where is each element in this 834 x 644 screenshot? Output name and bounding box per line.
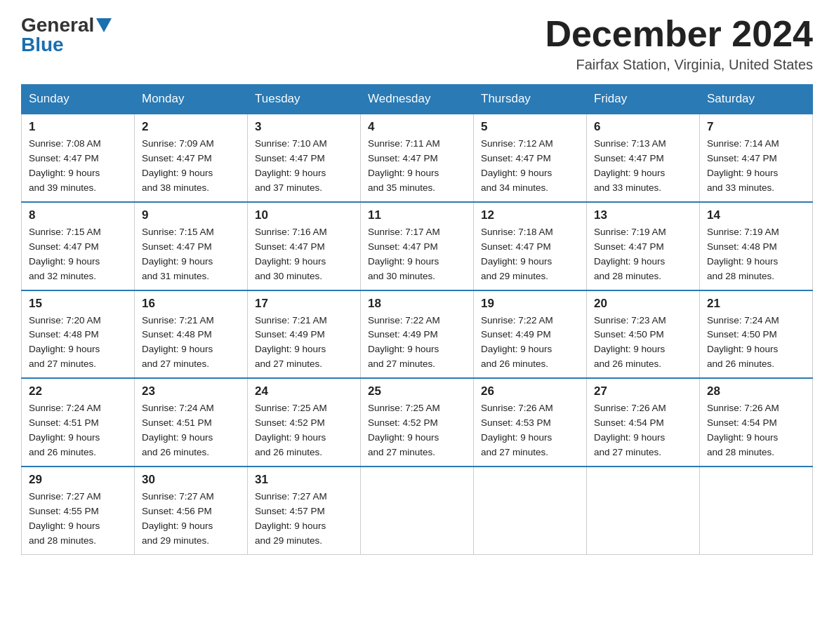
calendar-cell: 24 Sunrise: 7:25 AM Sunset: 4:52 PM Dayl… bbox=[248, 378, 361, 467]
day-number: 7 bbox=[707, 120, 805, 134]
calendar-cell: 14 Sunrise: 7:19 AM Sunset: 4:48 PM Dayl… bbox=[700, 202, 813, 290]
calendar-cell: 22 Sunrise: 7:24 AM Sunset: 4:51 PM Dayl… bbox=[22, 378, 135, 467]
day-info: Sunrise: 7:21 AM Sunset: 4:48 PM Dayligh… bbox=[142, 314, 240, 373]
header-friday: Friday bbox=[587, 85, 700, 114]
calendar-cell: 5 Sunrise: 7:12 AM Sunset: 4:47 PM Dayli… bbox=[474, 114, 587, 202]
calendar-cell: 7 Sunrise: 7:14 AM Sunset: 4:47 PM Dayli… bbox=[700, 114, 813, 202]
calendar-cell: 6 Sunrise: 7:13 AM Sunset: 4:47 PM Dayli… bbox=[587, 114, 700, 202]
day-number: 29 bbox=[29, 473, 127, 487]
day-info: Sunrise: 7:16 AM Sunset: 4:47 PM Dayligh… bbox=[255, 225, 353, 284]
day-info: Sunrise: 7:08 AM Sunset: 4:47 PM Dayligh… bbox=[29, 137, 127, 196]
day-info: Sunrise: 7:13 AM Sunset: 4:47 PM Dayligh… bbox=[594, 137, 692, 196]
header-thursday: Thursday bbox=[474, 85, 587, 114]
svg-marker-0 bbox=[96, 18, 112, 32]
calendar-cell: 19 Sunrise: 7:22 AM Sunset: 4:49 PM Dayl… bbox=[474, 290, 587, 379]
week-row-1: 1 Sunrise: 7:08 AM Sunset: 4:47 PM Dayli… bbox=[22, 114, 813, 202]
calendar-cell: 23 Sunrise: 7:24 AM Sunset: 4:51 PM Dayl… bbox=[135, 378, 248, 467]
calendar-cell: 1 Sunrise: 7:08 AM Sunset: 4:47 PM Dayli… bbox=[22, 114, 135, 202]
day-number: 15 bbox=[29, 297, 127, 311]
calendar-cell bbox=[700, 467, 813, 554]
day-info: Sunrise: 7:20 AM Sunset: 4:48 PM Dayligh… bbox=[29, 314, 127, 373]
day-number: 20 bbox=[594, 297, 692, 311]
day-number: 17 bbox=[255, 297, 353, 311]
page-header: General Blue December 2024 Fairfax Stati… bbox=[21, 14, 813, 73]
calendar-cell: 13 Sunrise: 7:19 AM Sunset: 4:47 PM Dayl… bbox=[587, 202, 700, 290]
day-info: Sunrise: 7:26 AM Sunset: 4:54 PM Dayligh… bbox=[707, 401, 805, 460]
day-number: 13 bbox=[594, 208, 692, 222]
month-title: December 2024 bbox=[545, 14, 813, 54]
day-info: Sunrise: 7:10 AM Sunset: 4:47 PM Dayligh… bbox=[255, 137, 353, 196]
calendar-cell: 29 Sunrise: 7:27 AM Sunset: 4:55 PM Dayl… bbox=[22, 467, 135, 554]
calendar-cell: 26 Sunrise: 7:26 AM Sunset: 4:53 PM Dayl… bbox=[474, 378, 587, 467]
calendar-cell: 8 Sunrise: 7:15 AM Sunset: 4:47 PM Dayli… bbox=[22, 202, 135, 290]
day-info: Sunrise: 7:11 AM Sunset: 4:47 PM Dayligh… bbox=[368, 137, 466, 196]
day-number: 30 bbox=[142, 473, 240, 487]
day-number: 19 bbox=[481, 297, 579, 311]
day-number: 12 bbox=[481, 208, 579, 222]
day-number: 21 bbox=[707, 297, 805, 311]
calendar-cell: 18 Sunrise: 7:22 AM Sunset: 4:49 PM Dayl… bbox=[361, 290, 474, 379]
day-number: 9 bbox=[142, 208, 240, 222]
day-info: Sunrise: 7:24 AM Sunset: 4:51 PM Dayligh… bbox=[29, 401, 127, 460]
header-saturday: Saturday bbox=[700, 85, 813, 114]
calendar-cell: 3 Sunrise: 7:10 AM Sunset: 4:47 PM Dayli… bbox=[248, 114, 361, 202]
header-tuesday: Tuesday bbox=[248, 85, 361, 114]
calendar-cell: 15 Sunrise: 7:20 AM Sunset: 4:48 PM Dayl… bbox=[22, 290, 135, 379]
calendar-cell: 11 Sunrise: 7:17 AM Sunset: 4:47 PM Dayl… bbox=[361, 202, 474, 290]
day-info: Sunrise: 7:22 AM Sunset: 4:49 PM Dayligh… bbox=[368, 314, 466, 373]
calendar-cell: 2 Sunrise: 7:09 AM Sunset: 4:47 PM Dayli… bbox=[135, 114, 248, 202]
day-number: 22 bbox=[29, 384, 127, 398]
day-number: 4 bbox=[368, 120, 466, 134]
day-info: Sunrise: 7:27 AM Sunset: 4:57 PM Dayligh… bbox=[255, 490, 353, 549]
day-info: Sunrise: 7:26 AM Sunset: 4:53 PM Dayligh… bbox=[481, 401, 579, 460]
day-number: 6 bbox=[594, 120, 692, 134]
day-number: 10 bbox=[255, 208, 353, 222]
day-info: Sunrise: 7:09 AM Sunset: 4:47 PM Dayligh… bbox=[142, 137, 240, 196]
calendar-cell: 17 Sunrise: 7:21 AM Sunset: 4:49 PM Dayl… bbox=[248, 290, 361, 379]
calendar-cell: 30 Sunrise: 7:27 AM Sunset: 4:56 PM Dayl… bbox=[135, 467, 248, 554]
calendar-cell: 28 Sunrise: 7:26 AM Sunset: 4:54 PM Dayl… bbox=[700, 378, 813, 467]
calendar-cell bbox=[361, 467, 474, 554]
day-info: Sunrise: 7:18 AM Sunset: 4:47 PM Dayligh… bbox=[481, 225, 579, 284]
calendar-cell: 21 Sunrise: 7:24 AM Sunset: 4:50 PM Dayl… bbox=[700, 290, 813, 379]
header-monday: Monday bbox=[135, 85, 248, 114]
day-number: 8 bbox=[29, 208, 127, 222]
location-subtitle: Fairfax Station, Virginia, United States bbox=[545, 57, 813, 73]
logo-blue: Blue bbox=[21, 34, 64, 56]
day-info: Sunrise: 7:24 AM Sunset: 4:50 PM Dayligh… bbox=[707, 314, 805, 373]
day-info: Sunrise: 7:25 AM Sunset: 4:52 PM Dayligh… bbox=[255, 401, 353, 460]
calendar-cell: 9 Sunrise: 7:15 AM Sunset: 4:47 PM Dayli… bbox=[135, 202, 248, 290]
day-number: 25 bbox=[368, 384, 466, 398]
day-info: Sunrise: 7:26 AM Sunset: 4:54 PM Dayligh… bbox=[594, 401, 692, 460]
calendar-cell: 4 Sunrise: 7:11 AM Sunset: 4:47 PM Dayli… bbox=[361, 114, 474, 202]
header-sunday: Sunday bbox=[22, 85, 135, 114]
title-area: December 2024 Fairfax Station, Virginia,… bbox=[545, 14, 813, 73]
day-number: 27 bbox=[594, 384, 692, 398]
calendar-cell: 31 Sunrise: 7:27 AM Sunset: 4:57 PM Dayl… bbox=[248, 467, 361, 554]
day-info: Sunrise: 7:12 AM Sunset: 4:47 PM Dayligh… bbox=[481, 137, 579, 196]
logo-arrow-icon bbox=[96, 18, 112, 32]
day-info: Sunrise: 7:24 AM Sunset: 4:51 PM Dayligh… bbox=[142, 401, 240, 460]
day-number: 14 bbox=[707, 208, 805, 222]
day-number: 24 bbox=[255, 384, 353, 398]
calendar-cell: 16 Sunrise: 7:21 AM Sunset: 4:48 PM Dayl… bbox=[135, 290, 248, 379]
day-number: 11 bbox=[368, 208, 466, 222]
day-info: Sunrise: 7:27 AM Sunset: 4:55 PM Dayligh… bbox=[29, 490, 127, 549]
day-info: Sunrise: 7:19 AM Sunset: 4:48 PM Dayligh… bbox=[707, 225, 805, 284]
day-info: Sunrise: 7:14 AM Sunset: 4:47 PM Dayligh… bbox=[707, 137, 805, 196]
day-number: 28 bbox=[707, 384, 805, 398]
day-info: Sunrise: 7:27 AM Sunset: 4:56 PM Dayligh… bbox=[142, 490, 240, 549]
logo: General Blue bbox=[21, 14, 112, 56]
days-header-row: Sunday Monday Tuesday Wednesday Thursday… bbox=[22, 85, 813, 114]
calendar-cell bbox=[474, 467, 587, 554]
day-number: 31 bbox=[255, 473, 353, 487]
week-row-4: 22 Sunrise: 7:24 AM Sunset: 4:51 PM Dayl… bbox=[22, 378, 813, 467]
day-info: Sunrise: 7:23 AM Sunset: 4:50 PM Dayligh… bbox=[594, 314, 692, 373]
day-info: Sunrise: 7:17 AM Sunset: 4:47 PM Dayligh… bbox=[368, 225, 466, 284]
header-wednesday: Wednesday bbox=[361, 85, 474, 114]
day-info: Sunrise: 7:21 AM Sunset: 4:49 PM Dayligh… bbox=[255, 314, 353, 373]
day-number: 18 bbox=[368, 297, 466, 311]
week-row-2: 8 Sunrise: 7:15 AM Sunset: 4:47 PM Dayli… bbox=[22, 202, 813, 290]
calendar-cell: 27 Sunrise: 7:26 AM Sunset: 4:54 PM Dayl… bbox=[587, 378, 700, 467]
day-number: 26 bbox=[481, 384, 579, 398]
